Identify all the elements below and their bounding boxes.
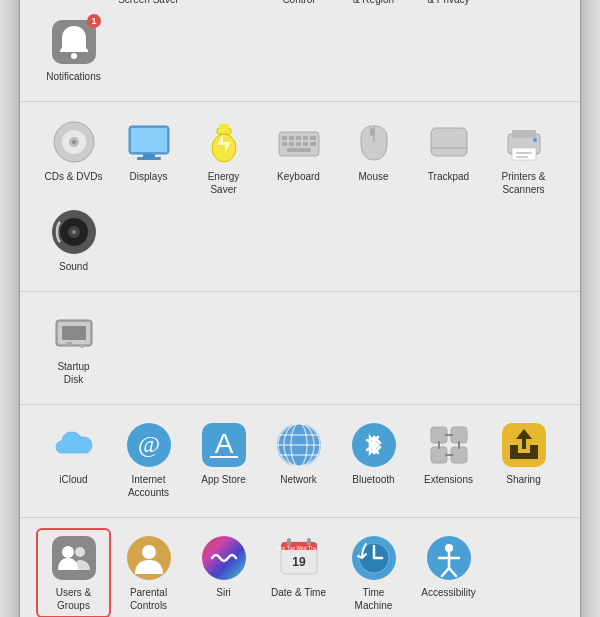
cds-label: CDs & DVDs [45,170,103,183]
bluetooth-icon [352,423,396,467]
sound-label: Sound [59,260,88,273]
pref-language[interactable]: Language& Region [336,0,411,12]
sound-icon [52,210,96,254]
printers-icon [502,120,546,164]
svg-rect-53 [296,142,301,146]
system-preferences-window: ‹ › System Preferences 🔍 Search [20,0,580,617]
svg-rect-62 [512,130,536,138]
svg-point-37 [72,140,76,144]
startup-items-row: StartupDisk [36,302,564,392]
pref-time-machine[interactable]: TimeMachine [336,528,411,617]
pref-startup-disk[interactable]: StartupDisk [36,302,111,392]
appstore-icon: A [202,423,246,467]
pref-dock[interactable]: Dock [186,0,261,12]
svg-point-102 [62,546,74,558]
keyboard-label: Keyboard [277,170,320,183]
svg-rect-41 [137,157,161,160]
svg-rect-64 [516,152,532,154]
svg-point-70 [72,230,76,234]
pref-security[interactable]: Security& Privacy [411,0,486,12]
pref-trackpad[interactable]: Trackpad [411,112,486,202]
svg-point-33 [71,53,77,59]
pref-extensions[interactable]: Extensions [411,415,486,505]
displays-icon [127,120,171,164]
pref-energy[interactable]: EnergySaver [186,112,261,202]
pref-internet-accounts[interactable]: @ InternetAccounts [111,415,186,505]
svg-rect-47 [289,136,294,140]
system-items-row: Users &Groups ParentalControls [36,528,564,617]
section-hardware: CDs & DVDs Displays [20,102,580,292]
date-time-label: Date & Time [271,586,326,599]
security-label: Security& Privacy [427,0,469,6]
svg-rect-73 [62,326,86,340]
svg-rect-94 [431,447,447,463]
keyboard-icon [277,120,321,164]
printers-label: Printers &Scanners [502,170,546,196]
svg-point-106 [202,536,246,580]
svg-point-66 [533,138,537,142]
svg-text:Sun Mon Tue Wed Thu Fri Sat: Sun Mon Tue Wed Thu Fri Sat [277,545,321,551]
svg-rect-101 [52,536,96,580]
pref-printers[interactable]: Printers &Scanners [486,112,561,202]
trackpad-label: Trackpad [428,170,469,183]
svg-point-42 [212,134,236,162]
icloud-icon [52,423,96,467]
pref-bluetooth[interactable]: Bluetooth [336,415,411,505]
pref-date-time[interactable]: 19 Sun Mon Tue Wed Thu Fri Sat Date & Ti… [261,528,336,617]
pref-keyboard[interactable]: Keyboard [261,112,336,202]
displays-label: Displays [130,170,168,183]
network-icon [277,423,321,467]
section-startup: StartupDisk [20,292,580,405]
pref-notifications[interactable]: 1 Notifications [36,12,111,89]
personal-items-row: ≡ General Desk [36,0,564,89]
pref-desktop[interactable]: Desktop &Screen Saver [111,0,186,12]
mission-control-label: MissionControl [282,0,316,6]
svg-rect-54 [303,142,308,146]
network-label: Network [280,473,317,486]
time-machine-label: TimeMachine [355,586,393,612]
pref-sound[interactable]: Sound [36,202,111,279]
svg-rect-46 [282,136,287,140]
extensions-label: Extensions [424,473,473,486]
pref-displays[interactable]: Displays [111,112,186,202]
svg-rect-51 [282,142,287,146]
svg-point-103 [75,547,85,557]
svg-rect-58 [370,128,374,136]
pref-icloud[interactable]: iCloud [36,415,111,505]
pref-sharing[interactable]: Sharing [486,415,561,505]
svg-rect-44 [219,124,229,130]
internet-items-row: iCloud @ InternetAccounts [36,415,564,505]
svg-rect-50 [310,136,316,140]
svg-rect-40 [143,154,155,157]
pref-cds-dvds[interactable]: CDs & DVDs [36,112,111,202]
pref-app-store[interactable]: A App Store [186,415,261,505]
accessibility-icon [427,536,471,580]
pref-parental-controls[interactable]: ParentalControls [111,528,186,617]
hardware-items-row: CDs & DVDs Displays [36,112,564,279]
app-store-label: App Store [201,473,245,486]
language-label: Language& Region [351,0,396,6]
mouse-label: Mouse [358,170,388,183]
pref-accessibility[interactable]: Accessibility [411,528,486,617]
pref-spotlight[interactable]: Spotlight [486,0,561,12]
pref-mission-control[interactable]: MissionControl [261,0,336,12]
pref-network[interactable]: Network [261,415,336,505]
cds-icon [52,120,96,164]
pref-general[interactable]: ≡ General [36,0,111,12]
svg-text:19: 19 [292,555,306,569]
desktop-label: Desktop &Screen Saver [118,0,179,6]
siri-icon [202,536,246,580]
section-internet: iCloud @ InternetAccounts [20,405,580,518]
pref-users-groups[interactable]: Users &Groups [36,528,111,617]
svg-rect-52 [289,142,294,146]
svg-rect-65 [516,156,528,158]
notifications-badge: 1 [87,14,101,28]
svg-rect-39 [131,128,167,152]
svg-rect-93 [451,427,467,443]
svg-rect-95 [451,447,467,463]
icloud-label: iCloud [59,473,87,486]
internet-accounts-label: InternetAccounts [128,473,169,499]
pref-siri[interactable]: Siri [186,528,261,617]
pref-mouse[interactable]: Mouse [336,112,411,202]
mouse-icon [352,120,396,164]
